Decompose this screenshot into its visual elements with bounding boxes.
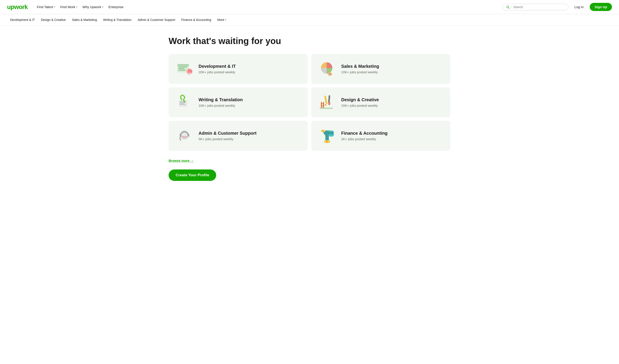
main-nav: Find Talent ▾ Find Work ▾ Why Upwork ▾ E… — [35, 3, 497, 11]
svg-rect-3 — [177, 64, 189, 66]
category-info-admin: Admin & Customer Support 5K+ jobs posted… — [198, 131, 256, 141]
svg-rect-15 — [331, 73, 332, 75]
category-info-dev: Development & IT 20K+ jobs posted weekly — [198, 64, 236, 74]
category-grid: Development & IT 20K+ jobs posted weekly — [169, 54, 450, 151]
svg-rect-10 — [191, 70, 192, 73]
sales-icon — [318, 60, 336, 78]
category-info-writing: Writing & Translation 10K+ jobs posted w… — [198, 97, 243, 107]
category-jobs: 10K+ jobs posted weekly — [198, 104, 243, 107]
dev-icon — [176, 60, 193, 78]
category-jobs: 10K+ jobs posted weekly — [341, 70, 379, 74]
chevron-down-icon: ▾ — [102, 6, 103, 8]
nav-why-upwork[interactable]: Why Upwork ▾ — [80, 3, 105, 11]
sub-nav: Development & IT Design & Creative Sales… — [0, 14, 619, 26]
subnav-finance[interactable]: Finance & Accounting — [178, 14, 214, 25]
main-content: Work that's waiting for you — [151, 26, 468, 194]
svg-rect-9 — [189, 69, 191, 73]
svg-rect-14 — [330, 72, 331, 75]
svg-rect-27 — [321, 103, 324, 104]
category-name: Finance & Accounting — [341, 131, 387, 136]
create-profile-button[interactable]: Create Your Profile — [169, 169, 216, 181]
search-input[interactable] — [513, 5, 564, 9]
admin-icon — [176, 127, 193, 145]
svg-point-42 — [328, 134, 334, 137]
finance-icon: $ $ — [318, 127, 336, 145]
svg-rect-18 — [180, 103, 184, 103]
svg-rect-21 — [324, 96, 327, 104]
category-info-finance: Finance & Accounting 2K+ jobs posted wee… — [341, 131, 387, 141]
subnav-more[interactable]: More ▾ — [214, 14, 229, 25]
svg-point-35 — [180, 139, 181, 140]
search-divider — [511, 5, 512, 9]
category-name: Writing & Translation — [198, 97, 243, 102]
svg-rect-4 — [178, 67, 187, 67]
svg-rect-30 — [320, 108, 333, 109]
subnav-sales[interactable]: Sales & Marketing — [69, 14, 100, 25]
chevron-down-icon: ▾ — [54, 6, 55, 8]
nav-find-talent[interactable]: Find Talent ▾ — [35, 3, 57, 11]
logo[interactable]: upwork — [7, 3, 28, 11]
header: upwork Find Talent ▾ Find Work ▾ Why Upw… — [0, 0, 619, 14]
category-card-finance[interactable]: $ $ Finance & Accounting 2K+ jobs posted… — [311, 121, 450, 151]
svg-text:$: $ — [326, 140, 327, 143]
svg-rect-8 — [188, 69, 189, 73]
svg-rect-28 — [321, 105, 324, 106]
svg-point-20 — [183, 101, 185, 103]
search-icon — [506, 5, 510, 9]
nav-find-work[interactable]: Find Work ▾ — [58, 3, 80, 11]
category-info-design: Design & Creative 15K+ jobs posted weekl… — [341, 97, 379, 107]
category-card-writing[interactable]: Writing & Translation 10K+ jobs posted w… — [169, 87, 308, 117]
category-jobs: 20K+ jobs posted weekly — [198, 70, 236, 74]
browse-more-link[interactable]: Browse more → — [169, 159, 450, 162]
subnav-writing[interactable]: Writing & Translation — [100, 14, 135, 25]
category-card-sales[interactable]: Sales & Marketing 10K+ jobs posted weekl… — [311, 54, 450, 84]
svg-rect-6 — [178, 70, 186, 70]
subnav-design[interactable]: Design & Creative — [38, 14, 69, 25]
category-card-design[interactable]: Design & Creative 15K+ jobs posted weekl… — [311, 87, 450, 117]
category-jobs: 2K+ jobs posted weekly — [341, 137, 387, 141]
category-name: Design & Creative — [341, 97, 379, 102]
svg-text:$: $ — [322, 130, 323, 132]
svg-line-1 — [508, 8, 509, 9]
login-button[interactable]: Log In — [572, 3, 586, 11]
category-jobs: 5K+ jobs posted weekly — [198, 137, 256, 141]
search-bar[interactable] — [502, 4, 568, 10]
chevron-down-icon: ▾ — [76, 6, 77, 8]
writing-icon — [176, 94, 193, 111]
header-right: Log In Sign Up — [502, 3, 612, 11]
svg-rect-29 — [321, 107, 324, 107]
page-title: Work that's waiting for you — [169, 36, 450, 46]
category-card-admin[interactable]: Admin & Customer Support 5K+ jobs posted… — [169, 121, 308, 151]
svg-rect-19 — [180, 104, 185, 105]
signup-button[interactable]: Sign Up — [590, 3, 612, 11]
svg-marker-22 — [324, 104, 327, 106]
category-name: Sales & Marketing — [341, 64, 379, 69]
category-jobs: 15K+ jobs posted weekly — [341, 104, 379, 107]
design-icon — [318, 94, 336, 111]
category-name: Development & IT — [198, 64, 236, 69]
svg-rect-13 — [329, 73, 330, 75]
category-info-sales: Sales & Marketing 10K+ jobs posted weekl… — [341, 64, 379, 74]
subnav-admin[interactable]: Admin & Customer Support — [135, 14, 178, 25]
category-name: Admin & Customer Support — [198, 131, 256, 136]
nav-enterprise[interactable]: Enterprise — [106, 3, 126, 11]
logo-text: upwork — [7, 3, 28, 11]
svg-rect-5 — [178, 68, 184, 69]
svg-rect-23 — [328, 95, 330, 103]
category-card-dev[interactable]: Development & IT 20K+ jobs posted weekly — [169, 54, 308, 84]
svg-rect-16 — [179, 100, 187, 107]
chevron-down-icon: ▾ — [225, 18, 226, 21]
subnav-dev-it[interactable]: Development & IT — [7, 14, 38, 25]
